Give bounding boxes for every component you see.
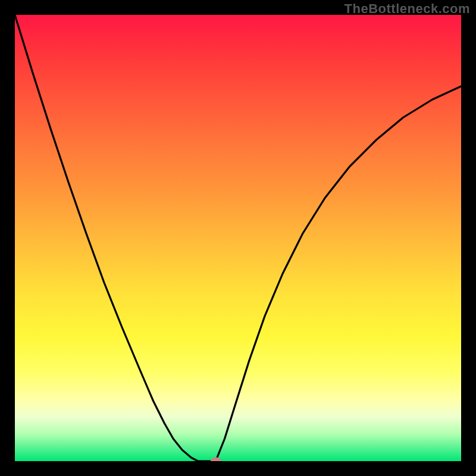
watermark-text: TheBottleneck.com bbox=[345, 1, 470, 17]
plot-area bbox=[15, 15, 461, 461]
chart-frame: TheBottleneck.com bbox=[0, 0, 476, 476]
curve-svg bbox=[15, 15, 461, 461]
minimum-marker bbox=[211, 458, 221, 462]
bottleneck-curve bbox=[15, 15, 461, 461]
